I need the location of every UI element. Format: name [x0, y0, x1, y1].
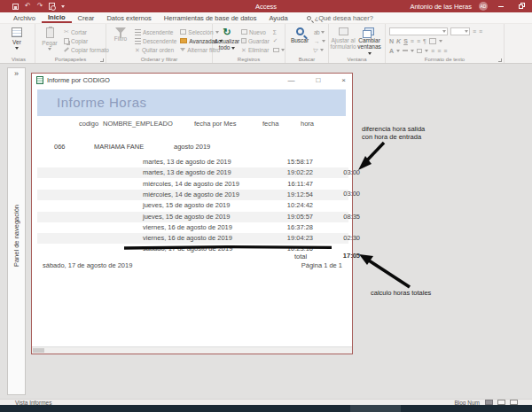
undo-icon[interactable]: ↶: [25, 3, 31, 10]
group-vistas: Ver Vistas: [3, 24, 35, 63]
status-bar: Vista Informes Bloq Num: [0, 399, 532, 405]
mas-button[interactable]: [273, 46, 285, 53]
quitar-orden-label: Quitar orden: [142, 47, 174, 53]
avatar[interactable]: AD: [479, 2, 488, 11]
actualizar-caret-icon: [231, 47, 235, 50]
restore-button[interactable]: [514, 0, 527, 12]
guardar-button[interactable]: Guardar: [241, 37, 270, 44]
bold-button[interactable]: N: [389, 38, 394, 44]
gridlines-icon[interactable]: [429, 38, 436, 44]
windows-taskbar[interactable]: [0, 405, 532, 412]
actualizar-todo-button[interactable]: ↻ Actualizar todo: [216, 27, 238, 51]
tab-datos-externos[interactable]: Datos externos: [100, 12, 157, 23]
paragraph-marks-icon[interactable]: ¶: [423, 38, 426, 44]
align-right-icon[interactable]: ≡: [443, 48, 447, 54]
italic-button[interactable]: K: [396, 38, 401, 44]
tab-inicio[interactable]: Inicio: [42, 12, 72, 23]
total-label: total: [294, 253, 307, 260]
seleccionar-button[interactable]: ▷: [314, 46, 325, 53]
redo-icon[interactable]: ↷: [37, 3, 43, 10]
scissors-icon: ✂: [64, 28, 69, 35]
totales-button[interactable]: Σ: [273, 28, 285, 35]
pegar-button[interactable]: Pegar: [39, 27, 60, 51]
dialog-launcher-icon[interactable]: [498, 58, 502, 62]
mas-caret-icon: [281, 49, 285, 51]
row-fecha: martes, 13 de agosto de 2019: [143, 158, 231, 166]
align-left-icon[interactable]: ≡: [431, 48, 434, 54]
report-close-button[interactable]: ×: [341, 76, 346, 84]
seleccion-label: Selección: [188, 29, 213, 35]
decrease-indent-icon[interactable]: ≡: [411, 38, 414, 44]
underline-button[interactable]: S: [403, 38, 408, 44]
report-maximize-button[interactable]: □: [316, 76, 320, 84]
tab-crear[interactable]: Crear: [72, 12, 101, 23]
ir-a-button[interactable]: →: [314, 37, 325, 44]
title-bar: ↶ ↷ Access Antonio de las Heras AD: [0, 0, 532, 12]
navigation-pane-collapsed[interactable]: » Panel de navegación: [7, 67, 26, 395]
eliminar-button[interactable]: ✕ Eliminar: [241, 46, 270, 53]
bullets-icon[interactable]: ≡: [473, 28, 476, 35]
font-caret-icon: [442, 30, 446, 33]
row-hora: 10:23:16: [269, 245, 313, 253]
minimize-button[interactable]: [495, 0, 507, 12]
eliminar-label: Eliminar: [248, 47, 269, 53]
tell-me-search[interactable]: ¿Qué desea hacer?: [307, 12, 373, 23]
font-size-combo[interactable]: [450, 27, 470, 35]
highlight-icon[interactable]: [403, 50, 408, 51]
sort-descending-icon: [135, 38, 141, 44]
revision-ortografica-button[interactable]: ✓: [273, 37, 285, 44]
cortar-button[interactable]: ✂ Cortar: [64, 28, 109, 35]
increase-indent-icon[interactable]: ≡: [417, 38, 420, 44]
fill-color-icon[interactable]: [417, 49, 422, 53]
copiar-button[interactable]: Copiar: [64, 37, 109, 44]
copiar-formato-button[interactable]: Copiar formato: [64, 46, 109, 53]
font-family-combo[interactable]: [389, 27, 448, 35]
group-ventana: Ajustar al formulario Cambiar ventanas V…: [329, 24, 386, 63]
footer-page-number: Página 1 de 1: [271, 261, 342, 269]
pegar-label: Pegar: [42, 40, 57, 46]
row-fecha: miércoles, 14 de agosto de 2019: [143, 190, 239, 198]
scrollbar-thumb[interactable]: [33, 348, 44, 353]
reemplazar-caret-icon: [321, 31, 325, 34]
tab-ayuda[interactable]: Ayuda: [262, 12, 293, 23]
row-fecha: jueves, 15 de agosto de 2019: [143, 213, 230, 221]
cambiar-ventanas-button[interactable]: Cambiar ventanas: [357, 27, 381, 56]
horizontal-scrollbar[interactable]: [32, 346, 352, 354]
size-to-fit-form-icon: [339, 27, 348, 35]
report-icon: [36, 76, 43, 84]
font-color-button[interactable]: A: [389, 48, 394, 54]
ascendente-button[interactable]: Ascendente: [135, 28, 176, 35]
align-center-icon[interactable]: ≡: [437, 48, 441, 54]
report-window-titlebar[interactable]: Informe por CODIGO — □ ×: [32, 74, 352, 87]
table-row: martes, 13 de agosto de 201915:58:17: [37, 157, 348, 167]
numbering-icon[interactable]: ≡: [479, 28, 482, 35]
user-name[interactable]: Antonio de las Heras: [410, 3, 472, 11]
switch-windows-icon: [364, 27, 374, 35]
dialog-launcher-icon[interactable]: [100, 58, 104, 62]
tab-herramientas[interactable]: Herramientas de base de datos: [158, 12, 263, 23]
cambiar-label-1: Cambiar: [358, 37, 380, 43]
tab-archivo[interactable]: Archivo: [7, 12, 42, 23]
cambiar-caret-icon: [368, 52, 372, 55]
reemplazar-button[interactable]: ab: [314, 28, 325, 35]
qat-customize-caret-icon[interactable]: [61, 5, 65, 8]
buscar-button[interactable]: Buscar: [289, 27, 310, 43]
ver-button[interactable]: Ver: [6, 27, 27, 50]
report-minimize-button[interactable]: —: [287, 76, 294, 84]
quitar-orden-button[interactable]: ✕ Quitar orden: [135, 46, 176, 53]
row-hora: 19:12:54: [269, 190, 313, 198]
view-icon: [12, 27, 22, 37]
descendente-button[interactable]: Descendente: [135, 37, 176, 44]
taskbar-app-button[interactable]: [350, 405, 401, 412]
row-hora: 10:24:42: [269, 201, 313, 209]
print-preview-icon[interactable]: [49, 3, 55, 10]
group-mes-value: agosto 2019: [174, 143, 210, 151]
group-empleado-value: MARIAMA FANE: [94, 143, 144, 151]
duration-value: 02:30: [325, 234, 360, 242]
save-icon[interactable]: [12, 4, 19, 10]
ajustar-formulario-button[interactable]: Ajustar al formulario: [332, 27, 354, 50]
nuevo-button[interactable]: Nuevo: [241, 28, 270, 35]
expand-pane-icon[interactable]: »: [14, 69, 19, 78]
filtro-button[interactable]: Filtro: [110, 27, 131, 42]
format-painter-icon: [64, 47, 69, 51]
